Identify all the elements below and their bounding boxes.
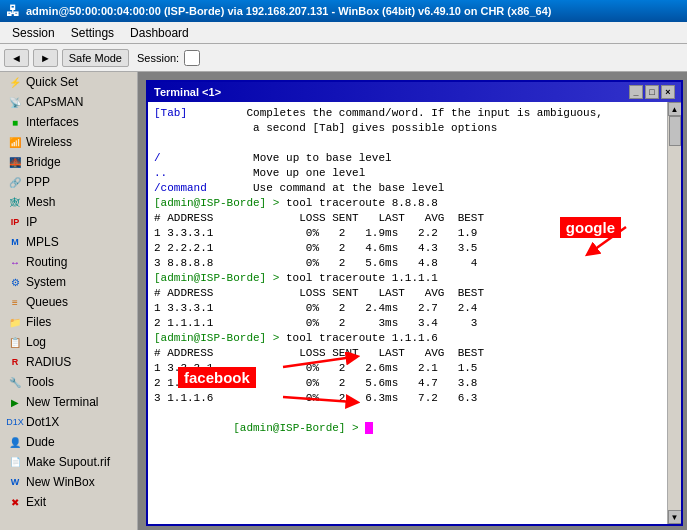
sidebar-label-capsman: CAPsMAN	[26, 95, 83, 109]
sidebar-item-bridge[interactable]: 🌉 Bridge	[0, 152, 137, 172]
sidebar-item-exit[interactable]: ✖ Exit	[0, 492, 137, 512]
sidebar-item-new-winbox[interactable]: W New WinBox	[0, 472, 137, 492]
sidebar-label-quick-set: Quick Set	[26, 75, 78, 89]
tr2-row1: 1 3.3.3.1 0% 2 2.4ms 2.7 2.4	[154, 301, 675, 316]
svg-line-1	[283, 357, 353, 367]
tools-icon: 🔧	[8, 375, 22, 389]
sidebar-item-new-terminal[interactable]: ▶ New Terminal	[0, 392, 137, 412]
terminal-close-buttons: _ □ ×	[629, 85, 675, 99]
content-area: Terminal <1> _ □ × [Tab] Completes the c…	[138, 72, 687, 530]
sidebar-label-interfaces: Interfaces	[26, 115, 79, 129]
sidebar-item-mesh[interactable]: 🕸 Mesh	[0, 192, 137, 212]
system-icon: ⚙	[8, 275, 22, 289]
scroll-thumb[interactable]	[669, 116, 681, 146]
routing-icon: ↔	[8, 255, 22, 269]
terminal-content-wrapper: [Tab] Completes the command/word. If the…	[148, 102, 681, 524]
forward-button[interactable]: ►	[33, 49, 58, 67]
files-icon: 📁	[8, 315, 22, 329]
sidebar-item-capsman[interactable]: 📡 CAPsMAN	[0, 92, 137, 112]
sidebar-item-make-supout[interactable]: 📄 Make Supout.rif	[0, 452, 137, 472]
sidebar-label-dot1x: Dot1X	[26, 415, 59, 429]
help-dotdot: .. Move up one level	[154, 166, 675, 181]
dude-icon: 👤	[8, 435, 22, 449]
sidebar-label-exit: Exit	[26, 495, 46, 509]
scroll-track	[668, 116, 681, 510]
app-icon: 🖧	[6, 3, 20, 19]
menu-session[interactable]: Session	[4, 24, 63, 42]
google-arrow	[571, 222, 631, 262]
make-supout-icon: 📄	[8, 455, 22, 469]
terminal-window: Terminal <1> _ □ × [Tab] Completes the c…	[146, 80, 683, 526]
sidebar-item-ppp[interactable]: 🔗 PPP	[0, 172, 137, 192]
sidebar-label-system: System	[26, 275, 66, 289]
title-text: admin@50:00:00:04:00:00 (ISP-Borde) via …	[26, 5, 551, 17]
svg-line-2	[283, 397, 353, 402]
sidebar-item-log[interactable]: 📋 Log	[0, 332, 137, 352]
sidebar-label-routing: Routing	[26, 255, 67, 269]
sidebar-item-dot1x[interactable]: D1X Dot1X	[0, 412, 137, 432]
sidebar-label-queues: Queues	[26, 295, 68, 309]
terminal-title: Terminal <1>	[154, 86, 221, 98]
terminal-body[interactable]: [Tab] Completes the command/word. If the…	[148, 102, 681, 455]
new-winbox-icon: W	[8, 475, 22, 489]
terminal-maximize-button[interactable]: □	[645, 85, 659, 99]
menu-settings[interactable]: Settings	[63, 24, 122, 42]
safe-mode-button[interactable]: Safe Mode	[62, 49, 129, 67]
tr2-cmd: [admin@ISP-Borde] > tool traceroute 1.1.…	[154, 271, 675, 286]
sidebar-item-mpls[interactable]: M MPLS	[0, 232, 137, 252]
sidebar-label-radius: RADIUS	[26, 355, 71, 369]
tr2-row2: 2 1.1.1.1 0% 2 3ms 3.4 3	[154, 316, 675, 331]
sidebar-item-wireless[interactable]: 📶 Wireless	[0, 132, 137, 152]
sidebar-item-radius[interactable]: R RADIUS	[0, 352, 137, 372]
sidebar-label-files: Files	[26, 315, 51, 329]
new-terminal-icon: ▶	[8, 395, 22, 409]
session-checkbox[interactable]	[183, 50, 201, 66]
sidebar-item-tools[interactable]: 🔧 Tools	[0, 372, 137, 392]
mpls-icon: M	[8, 235, 22, 249]
tr1-cmd: [admin@ISP-Borde] > tool traceroute 8.8.…	[154, 196, 675, 211]
sidebar-item-routing[interactable]: ↔ Routing	[0, 252, 137, 272]
queues-icon: ≡	[8, 295, 22, 309]
help-slash: / Move up to base level	[154, 151, 675, 166]
scroll-down-button[interactable]: ▼	[668, 510, 682, 524]
help-tab-line: [Tab] Completes the command/word. If the…	[154, 106, 675, 121]
menu-bar: Session Settings Dashboard	[0, 22, 687, 44]
terminal-close-button[interactable]: ×	[661, 85, 675, 99]
terminal-titlebar: Terminal <1> _ □ ×	[148, 82, 681, 102]
sidebar-item-system[interactable]: ⚙ System	[0, 272, 137, 292]
scroll-up-button[interactable]: ▲	[668, 102, 682, 116]
sidebar-label-new-winbox: New WinBox	[26, 475, 95, 489]
facebook-annotation: facebook	[178, 367, 256, 388]
dot1x-icon: D1X	[8, 415, 22, 429]
back-button[interactable]: ◄	[4, 49, 29, 67]
help-blank	[154, 136, 675, 151]
main-layout: ⚡ Quick Set 📡 CAPsMAN ■ Interfaces 📶 Wir…	[0, 72, 687, 530]
menu-dashboard[interactable]: Dashboard	[122, 24, 197, 42]
interfaces-icon: ■	[8, 115, 22, 129]
capsman-icon: 📡	[8, 95, 22, 109]
title-bar: 🖧 admin@50:00:00:04:00:00 (ISP-Borde) vi…	[0, 0, 687, 22]
terminal-scrollbar[interactable]: ▲ ▼	[667, 102, 681, 524]
sidebar-item-queues[interactable]: ≡ Queues	[0, 292, 137, 312]
terminal-minimize-button[interactable]: _	[629, 85, 643, 99]
sidebar-label-dude: Dude	[26, 435, 55, 449]
sidebar-item-ip[interactable]: IP IP	[0, 212, 137, 232]
tr3-row3: 3 1.1.1.6 0% 2 6.3ms 7.2 6.3	[154, 391, 675, 406]
sidebar-label-mpls: MPLS	[26, 235, 59, 249]
facebook-arrows	[278, 352, 378, 432]
sidebar-item-quick-set[interactable]: ⚡ Quick Set	[0, 72, 137, 92]
svg-line-0	[591, 227, 626, 252]
mesh-icon: 🕸	[8, 195, 22, 209]
sidebar-item-interfaces[interactable]: ■ Interfaces	[0, 112, 137, 132]
wireless-icon: 📶	[8, 135, 22, 149]
sidebar-item-dude[interactable]: 👤 Dude	[0, 432, 137, 452]
log-icon: 📋	[8, 335, 22, 349]
radius-icon: R	[8, 355, 22, 369]
sidebar-item-files[interactable]: 📁 Files	[0, 312, 137, 332]
sidebar-label-ip: IP	[26, 215, 37, 229]
exit-icon: ✖	[8, 495, 22, 509]
sidebar-label-mesh: Mesh	[26, 195, 55, 209]
sidebar-label-wireless: Wireless	[26, 135, 72, 149]
sidebar-label-new-terminal: New Terminal	[26, 395, 98, 409]
tr2-header: # ADDRESS LOSS SENT LAST AVG BEST	[154, 286, 675, 301]
